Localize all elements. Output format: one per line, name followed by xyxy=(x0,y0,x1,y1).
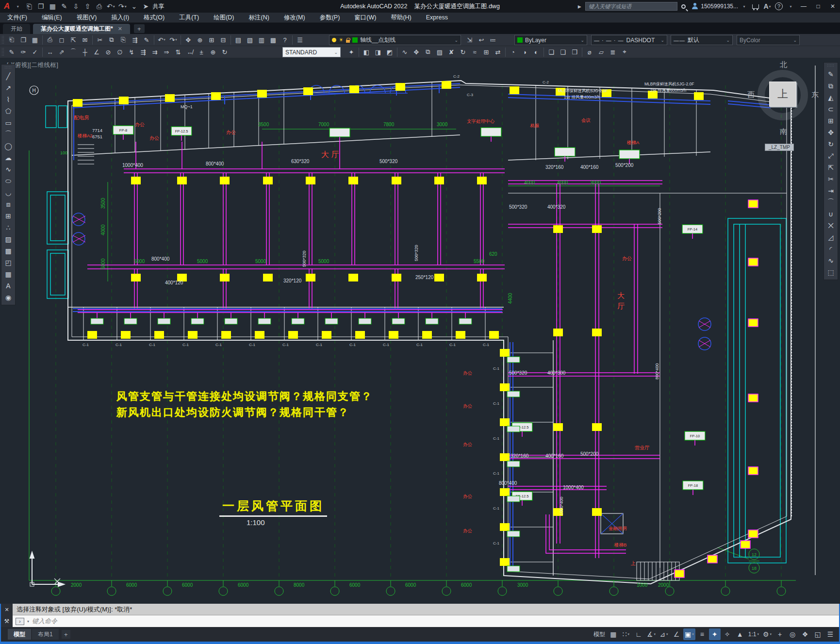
layer-on-icon[interactable] xyxy=(332,38,336,42)
match-properties-icon[interactable]: ⇶ xyxy=(129,34,141,45)
copy-icon[interactable]: ⧉ xyxy=(824,80,837,92)
menu-item-1[interactable]: 编辑(E) xyxy=(34,13,69,23)
layer-previous-icon[interactable]: ↩ xyxy=(476,34,487,45)
customization-menu-icon[interactable]: ☰ xyxy=(824,628,836,640)
arc-icon[interactable]: ⌒ xyxy=(2,129,15,140)
clean-screen-icon[interactable]: ◱ xyxy=(812,628,824,640)
edit-text-icon[interactable]: ✎ xyxy=(6,47,17,57)
adjust-view-icon[interactable]: ◐ xyxy=(530,47,542,57)
logo-dropdown-icon[interactable]: ▾ xyxy=(12,1,23,12)
color-combo-arrow-icon[interactable]: ⌄ xyxy=(580,38,584,43)
save-icon[interactable]: ▦ xyxy=(29,34,41,45)
quick-calc-icon[interactable]: ▩ xyxy=(267,34,279,45)
drawing-canvas[interactable]: FP-8FP-12.5FP-14FP-10FP-18FP-12.5FP-12.5… xyxy=(0,58,840,604)
menu-item-8[interactable]: 修改(M) xyxy=(277,13,313,23)
trim-icon[interactable]: ✂ xyxy=(824,173,837,185)
swivel-tool-icon[interactable]: ◑ xyxy=(519,47,530,57)
scale-icon[interactable]: ⤢ xyxy=(824,150,837,162)
view-compass[interactable]: 北 南 西 东 上 xyxy=(746,60,819,138)
circle-icon[interactable]: ◯ xyxy=(2,140,15,152)
dim-angular-icon[interactable]: ∠ xyxy=(91,47,102,57)
toolbar-grip[interactable] xyxy=(4,66,12,69)
save-to-web-icon[interactable]: ⇧ xyxy=(82,1,93,12)
autodesk-app-icon[interactable]: A▾ xyxy=(761,1,773,12)
app-store-cart-icon[interactable] xyxy=(750,1,761,12)
menu-item-4[interactable]: 格式(O) xyxy=(136,13,172,23)
collapse-search-icon[interactable]: ▸ xyxy=(574,1,585,12)
workspace-switching-icon[interactable]: ⚙▾ xyxy=(761,628,773,640)
graphics-performance-icon[interactable]: ❖ xyxy=(799,628,811,640)
plotstyle-combo-arrow-icon[interactable]: ⌄ xyxy=(793,38,797,43)
lineweight-combo-arrow-icon[interactable]: ⌄ xyxy=(726,38,730,43)
layer-properties-icon[interactable]: ☰ xyxy=(294,34,306,45)
dim-ordinate-icon[interactable]: ┼ xyxy=(79,47,91,57)
dim-continue-icon[interactable]: ⇒ xyxy=(161,47,172,57)
cut-clip-icon[interactable]: ✂ xyxy=(94,34,106,45)
ortho-mode-icon[interactable]: ∟ xyxy=(633,628,644,640)
open-from-web-icon[interactable]: ⇩ xyxy=(70,1,82,12)
user-name[interactable]: 1505999135... xyxy=(701,3,738,10)
tab-layout1[interactable]: 布局1 xyxy=(32,629,59,640)
layer-combo[interactable]: ☀ 轴线__点划线 ⌄ xyxy=(329,35,461,45)
list-tool-icon[interactable]: ≣ xyxy=(607,47,619,57)
color-combo[interactable]: ByLayer ⌄ xyxy=(514,35,587,45)
tab-active-drawing[interactable]: 某办公大厦暖通空调施工图* ✕ xyxy=(33,24,130,34)
search-icon[interactable] xyxy=(677,1,689,12)
group-edit-icon[interactable]: ❒ xyxy=(569,47,580,57)
chamfer-icon[interactable]: ◿ xyxy=(824,231,837,243)
table-icon[interactable]: ▦ xyxy=(2,268,15,280)
compass-up-face[interactable]: 上 xyxy=(769,82,796,107)
isometric-drafting-icon[interactable]: ⊿▾ xyxy=(658,628,670,640)
command-prompt-icon[interactable]: › xyxy=(16,618,24,625)
dim-break-icon[interactable]: ↮ xyxy=(184,47,196,57)
sync-attributes-icon[interactable]: ⇄ xyxy=(492,47,504,57)
tolerance-icon[interactable]: ± xyxy=(196,47,207,57)
insert-block-icon[interactable]: ⧈ xyxy=(2,198,15,210)
menu-item-0[interactable]: 文件(F) xyxy=(0,13,34,23)
layer-states-icon[interactable]: ≔ xyxy=(487,34,499,45)
hatch-icon[interactable]: ▨ xyxy=(2,233,15,245)
lineweight-display-icon[interactable]: ≡ xyxy=(696,628,708,640)
annotation-autoscale-icon[interactable]: ✧ xyxy=(722,628,733,640)
compass-north[interactable]: 北 xyxy=(780,60,787,69)
id-point-icon[interactable]: ⌖ xyxy=(619,47,630,57)
open-icon[interactable]: ❐ xyxy=(17,34,29,45)
share-label[interactable]: 共享 xyxy=(152,2,164,11)
dim-diameter-icon[interactable]: ∅ xyxy=(114,47,126,57)
redo-icon[interactable]: ↷▾ xyxy=(167,34,179,45)
zoom-realtime-icon[interactable]: ⊕ xyxy=(194,34,206,45)
gradient-icon[interactable]: ▩ xyxy=(2,245,15,257)
annotation-monitor-icon[interactable]: + xyxy=(774,628,786,640)
model-space-toggle-button[interactable]: 模型 xyxy=(592,628,607,640)
tab-start[interactable]: 开始 xyxy=(3,24,30,34)
plot-preview-icon[interactable]: ◻ xyxy=(56,34,67,45)
menu-item-7[interactable]: 标注(N) xyxy=(242,13,277,23)
zoom-window-icon[interactable]: ⊞ xyxy=(206,34,217,45)
compass-west[interactable]: 西 xyxy=(747,90,755,99)
dim-linear-icon[interactable]: ↔ xyxy=(44,47,56,57)
ellipse-icon[interactable]: ⬭ xyxy=(2,175,15,187)
share-icon[interactable]: ➤ xyxy=(140,1,151,12)
publish-icon[interactable]: ⇱ xyxy=(67,34,79,45)
compass-south[interactable]: 南 xyxy=(780,127,787,136)
copy-clip-icon[interactable]: ⧉ xyxy=(106,34,117,45)
plot-icon[interactable]: ⎙ xyxy=(93,1,105,12)
properties-palette-icon[interactable]: ▤ xyxy=(232,34,244,45)
region-icon[interactable]: ◰ xyxy=(2,257,15,268)
close-button[interactable]: ✕ xyxy=(825,0,840,12)
explode-icon[interactable]: ⬚ xyxy=(824,266,837,278)
help-dropdown-icon[interactable]: ▾ xyxy=(785,1,796,12)
menu-item-11[interactable]: 帮助(H) xyxy=(383,13,418,23)
point-icon[interactable]: ∴ xyxy=(2,222,15,233)
break-at-point-icon[interactable]: ⌒ xyxy=(824,197,837,208)
make-block-icon[interactable]: ⊞ xyxy=(2,210,15,222)
compass-east[interactable]: 东 xyxy=(811,90,819,99)
tool-palettes-icon[interactable]: ▥ xyxy=(256,34,267,45)
minimize-button[interactable]: — xyxy=(796,0,811,12)
area-tool-icon[interactable]: ▱ xyxy=(595,47,607,57)
redo-icon[interactable]: ↷▾ xyxy=(116,1,128,12)
block-editor-icon[interactable]: ✎ xyxy=(141,34,152,45)
annotation-scale-value-button[interactable]: 1:1▾ xyxy=(747,628,760,640)
paste-clip-icon[interactable]: ⎘ xyxy=(117,34,129,45)
search-input[interactable] xyxy=(585,2,677,11)
